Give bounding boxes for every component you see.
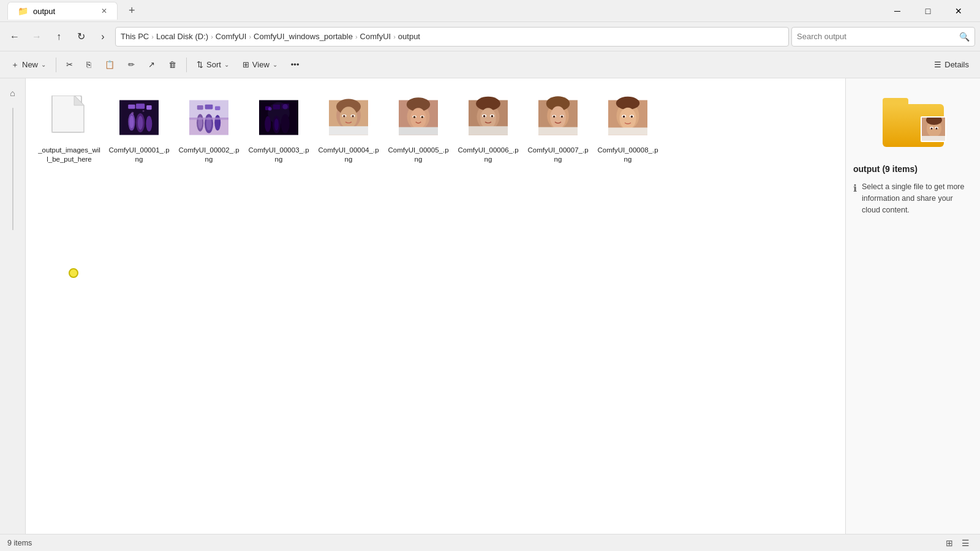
rename-icon: ✏ bbox=[128, 60, 135, 69]
file-thumbnail bbox=[461, 93, 516, 142]
breadcrumb-comfyui-portable[interactable]: ComfyUI_windows_portable bbox=[254, 32, 353, 41]
maximize-button[interactable]: □ bbox=[914, 1, 942, 21]
more-button[interactable]: ••• bbox=[285, 54, 306, 75]
new-button[interactable]: ＋ New ⌄ bbox=[5, 54, 52, 75]
breadcrumb-comfyui1[interactable]: ComfyUI bbox=[216, 32, 247, 41]
breadcrumb-comfyui2[interactable]: ComfyUI bbox=[360, 32, 391, 41]
file-item[interactable]: ComfyUI_00002_.png bbox=[175, 88, 243, 169]
address-bar-row: ← → ↑ ↻ › This PC › Local Disk (D:) › Co… bbox=[0, 22, 980, 51]
breadcrumb-local-disk[interactable]: Local Disk (D:) bbox=[156, 32, 208, 41]
svg-point-13 bbox=[143, 110, 145, 112]
file-label: ComfyUI_00002_.png bbox=[178, 146, 240, 164]
new-icon: ＋ bbox=[11, 59, 19, 70]
svg-point-69 bbox=[553, 116, 556, 118]
svg-point-78 bbox=[623, 116, 625, 118]
new-tab-button[interactable]: + bbox=[123, 1, 141, 21]
details-panel-icon: ☰ bbox=[934, 60, 941, 69]
svg-rect-17 bbox=[197, 105, 203, 110]
copy-button[interactable]: ⎘ bbox=[80, 54, 97, 75]
svg-rect-44 bbox=[329, 126, 368, 135]
view-icon: ⊞ bbox=[243, 60, 249, 69]
search-input[interactable] bbox=[797, 32, 956, 41]
delete-icon: 🗑 bbox=[168, 60, 176, 69]
svg-point-10 bbox=[146, 116, 152, 132]
nav-home-button[interactable]: ⌂ bbox=[3, 83, 23, 103]
grid-view-button[interactable]: ⊞ bbox=[942, 536, 957, 550]
rename-button[interactable]: ✏ bbox=[122, 54, 141, 75]
svg-rect-5 bbox=[128, 105, 135, 109]
file-thumbnail bbox=[391, 93, 446, 142]
minimize-button[interactable]: ─ bbox=[883, 1, 911, 21]
file-item[interactable]: _output_images_will_be_put_here bbox=[36, 88, 103, 169]
file-item[interactable]: ComfyUI_00005_.png bbox=[385, 88, 452, 169]
svg-point-35 bbox=[282, 104, 288, 110]
tab-title: output bbox=[33, 7, 55, 16]
sort-button[interactable]: ⇅ Sort ⌄ bbox=[190, 54, 235, 75]
search-bar[interactable]: 🔍 bbox=[791, 27, 975, 47]
share-button[interactable]: ↗ bbox=[142, 54, 161, 75]
close-button[interactable]: ✕ bbox=[944, 1, 973, 21]
file-label: ComfyUI_00005_.png bbox=[387, 146, 450, 164]
list-view-button[interactable]: ☰ bbox=[958, 536, 973, 550]
breadcrumb-this-pc[interactable]: This PC bbox=[121, 32, 149, 41]
expand-nav-button[interactable]: › bbox=[93, 27, 113, 47]
details-panel: output (9 items) ℹ Select a single file … bbox=[845, 78, 980, 534]
svg-point-86 bbox=[930, 128, 932, 130]
nav-scroll-indicator bbox=[12, 108, 13, 230]
view-toggle: ⊞ ☰ bbox=[942, 536, 973, 550]
window-controls: ─ □ ✕ bbox=[883, 1, 973, 21]
toolbar-separator-2 bbox=[186, 58, 187, 72]
svg-point-33 bbox=[274, 118, 279, 130]
file-label: ComfyUI_00008_.png bbox=[597, 146, 659, 164]
folder-preview-image bbox=[921, 116, 946, 142]
up-button[interactable]: ↑ bbox=[49, 27, 69, 47]
svg-point-48 bbox=[410, 108, 426, 129]
file-thumbnail bbox=[321, 93, 376, 142]
details-label: Details bbox=[944, 60, 969, 69]
sort-label: Sort bbox=[206, 60, 221, 69]
details-button[interactable]: ☰ Details bbox=[928, 54, 975, 75]
svg-point-42 bbox=[343, 115, 345, 118]
file-thumbnail bbox=[251, 93, 306, 142]
svg-rect-53 bbox=[399, 127, 438, 135]
breadcrumb[interactable]: This PC › Local Disk (D:) › ComfyUI › Co… bbox=[115, 27, 789, 47]
svg-rect-71 bbox=[538, 127, 578, 135]
svg-point-70 bbox=[561, 116, 564, 118]
refresh-button[interactable]: ↻ bbox=[71, 27, 91, 47]
file-item[interactable]: ComfyUI_00004_.png bbox=[315, 88, 382, 169]
title-bar: 📁 output ✕ + ─ □ ✕ bbox=[0, 0, 980, 22]
toolbar-separator-1 bbox=[56, 58, 56, 72]
info-icon: ℹ bbox=[853, 182, 857, 194]
svg-rect-88 bbox=[922, 136, 946, 142]
tab-close-button[interactable]: ✕ bbox=[101, 7, 107, 15]
delete-button[interactable]: 🗑 bbox=[162, 54, 183, 75]
svg-rect-20 bbox=[205, 105, 213, 110]
file-item[interactable]: ComfyUI_00006_.png bbox=[454, 88, 522, 169]
svg-point-9 bbox=[138, 116, 143, 130]
breadcrumb-output[interactable]: output bbox=[398, 32, 420, 41]
cut-icon: ✂ bbox=[66, 60, 73, 69]
file-item[interactable]: ComfyUI_00003_.png bbox=[245, 88, 312, 169]
new-arrow: ⌄ bbox=[41, 61, 46, 68]
file-label: _output_images_will_be_put_here bbox=[38, 146, 100, 164]
cut-button[interactable]: ✂ bbox=[60, 54, 79, 75]
file-grid[interactable]: _output_images_will_be_put_here bbox=[26, 78, 845, 534]
forward-button[interactable]: → bbox=[27, 27, 47, 47]
svg-point-6 bbox=[129, 115, 134, 128]
toolbar: ＋ New ⌄ ✂ ⎘ 📋 ✏ ↗ 🗑 ⇅ Sort ⌄ ⊞ View ⌄ ••… bbox=[0, 51, 980, 78]
back-button[interactable]: ← bbox=[5, 27, 24, 47]
status-bar: 9 items ⊞ ☰ bbox=[0, 534, 980, 551]
file-item[interactable]: ComfyUI_00001_.png bbox=[105, 88, 173, 169]
svg-point-31 bbox=[281, 114, 290, 133]
folder-preview bbox=[853, 88, 973, 157]
file-item[interactable]: ComfyUI_00008_.png bbox=[594, 88, 662, 169]
svg-point-66 bbox=[550, 107, 566, 129]
svg-rect-30 bbox=[273, 105, 280, 110]
paste-button[interactable]: 📋 bbox=[99, 54, 121, 75]
view-button[interactable]: ⊞ View ⌄ bbox=[236, 54, 284, 75]
file-item[interactable]: ComfyUI_00007_.png bbox=[524, 88, 592, 169]
svg-point-79 bbox=[631, 116, 633, 118]
active-tab[interactable]: 📁 output ✕ bbox=[7, 2, 118, 20]
search-button[interactable]: 🔍 bbox=[959, 32, 970, 42]
file-thumbnail bbox=[181, 93, 236, 142]
